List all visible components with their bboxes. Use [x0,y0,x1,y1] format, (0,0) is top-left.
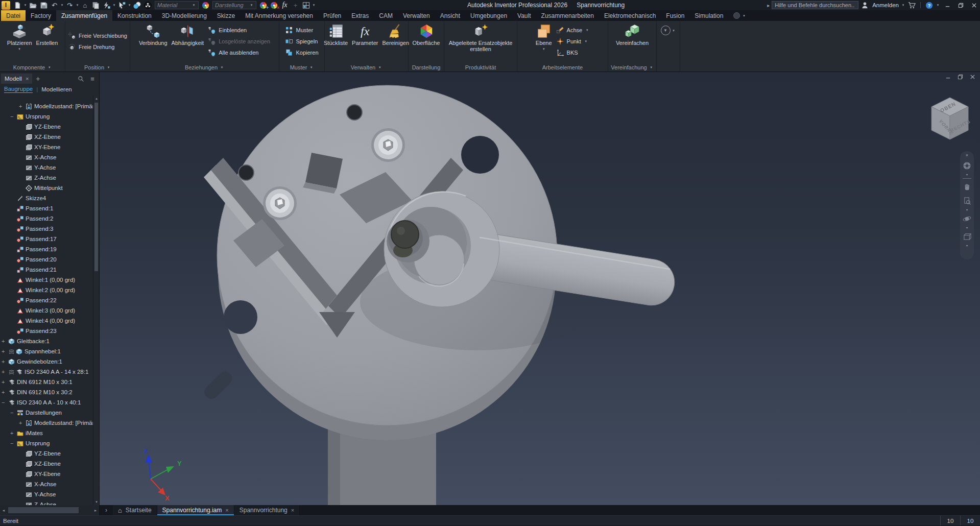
add-panel-icon[interactable]: + [36,74,40,84]
tree-item[interactable]: + DIN 6912 M10 x 30:2 [0,387,99,397]
tree-item[interactable]: + Modellzustand: [Primär] [0,418,99,428]
vereinfachen-button[interactable]: Vereinfachen [614,22,650,47]
help-search-input[interactable] [772,1,858,9]
tree-item[interactable]: X-Achse [0,479,99,489]
view-cube[interactable]: OBEN VORNE RECHTS [928,94,972,146]
scrollbar-thumb[interactable] [94,103,98,271]
expand-icon[interactable]: + [19,103,26,109]
close-icon[interactable]: × [225,507,228,513]
quick-launch-icon[interactable] [101,1,112,10]
select-icon[interactable] [116,1,127,10]
qat-customize-caret-icon[interactable]: ▾ [312,3,316,7]
tree-item[interactable]: + Gleitbacke:1 [0,336,99,346]
undo-icon[interactable]: ↶ [49,1,60,10]
help-caret-icon[interactable]: ▾ [936,3,940,7]
look-at-icon[interactable] [963,232,971,241]
tree-item[interactable]: Winkel:1 (0,00 grd) [0,275,99,285]
dropdown-caret-icon[interactable]: ▾ [541,47,546,51]
ribbon-tab[interactable]: Verwalten [398,10,435,21]
tree-item[interactable]: Passend:3 [0,224,99,234]
tree-item[interactable]: Passend:22 [0,295,99,305]
ribbon-overflow[interactable]: ▾ [728,10,746,21]
cloud-icon[interactable] [733,12,740,19]
orbit-icon[interactable] [963,214,971,223]
signin-caret-icon[interactable]: ▾ [901,3,905,7]
expand-icon[interactable]: + [2,348,8,354]
scroll-left-icon[interactable]: ◂ [0,508,7,513]
group-label[interactable]: Position▾ [65,63,130,71]
expand-icon[interactable]: + [2,358,8,365]
tree-item[interactable]: Passend:1 [0,203,99,213]
quick-launch-caret-icon[interactable]: ▾ [112,3,116,7]
erstellen-button[interactable]: Erstellen [35,22,60,47]
new-file-caret-icon[interactable]: ▾ [23,3,28,7]
group-label[interactable]: Muster▾ [279,63,324,71]
tree-item[interactable]: Z-Achse [0,173,99,183]
zoom-icon[interactable] [963,197,971,205]
tree-item[interactable]: Y-Achse [0,489,99,499]
bks-button[interactable]: BKS [555,47,591,57]
tree-item[interactable]: Passend:19 [0,244,99,254]
tree-item[interactable]: X-Achse [0,152,99,162]
expand-icon[interactable]: + [2,379,8,385]
minimize-button[interactable] [941,0,953,10]
oberflaeche-button[interactable]: Oberfläche [411,22,442,47]
expand-icon[interactable]: + [19,420,26,426]
clear-appearance-icon[interactable]: × [269,1,279,10]
alle-ausblenden-button[interactable]: Alle ausblenden [206,47,272,57]
group-label[interactable]: Vereinfachung▾ [608,63,656,71]
ribbon-tab[interactable]: Vault [512,10,536,21]
abgeleitete-ersatzobjekte-button[interactable]: Abgeleitete Ersatzobjekte erstellen [446,22,515,53]
expand-icon[interactable]: − [2,399,8,405]
visual-style-icon[interactable] [142,1,153,10]
tree-item[interactable]: + Spannhebel:1 [0,346,99,356]
appearance-combo[interactable]: Darstellung ▾ [212,1,256,9]
ribbon-tab[interactable]: Zusammenarbeiten [536,10,599,21]
home-view-icon[interactable]: ⌂ [80,1,90,10]
tree-item[interactable]: Mittelpunkt [0,183,99,193]
tree-item[interactable]: Passend:2 [0,213,99,224]
abhaengigkeit-button[interactable]: Abhängigkeit [170,22,206,47]
group-label[interactable]: Verwalten▾ [325,63,408,71]
mode-baugruppe[interactable]: Baugruppe [4,86,33,93]
restore-button[interactable] [954,0,967,10]
ribbon-tab[interactable]: Umgebungen [465,10,512,21]
ribbon-tab[interactable]: Konstruktion [112,10,157,21]
combo-caret-icon[interactable]: ▾ [249,3,254,7]
bereinigen-button[interactable]: Bereinigen [380,22,411,47]
tree-item[interactable]: YZ-Ebene [0,448,99,459]
ribbon-tab[interactable]: Extras [346,10,374,21]
home-tab[interactable]: ⌂ Startseite [113,505,157,515]
color-wheel-icon[interactable] [200,1,211,10]
drawing-views-icon[interactable] [301,1,312,10]
doc-minimize-icon[interactable] [945,74,951,80]
tree-item[interactable]: − Ursprung [0,111,99,122]
group-label[interactable]: Komponente▾ [0,63,65,71]
expand-icon[interactable]: + [2,369,8,375]
ribbon-tab[interactable]: Ansicht [435,10,465,21]
tree-item[interactable]: + ISO 2340 A A - 14 x 28:1 [0,367,99,377]
stueckliste-button[interactable]: Stückliste [322,22,349,47]
close-icon[interactable]: × [291,507,294,513]
redo-caret-icon[interactable]: ▾ [75,3,80,7]
open-icon[interactable] [28,1,38,10]
dropdown-caret-icon[interactable]: ▾ [672,29,676,33]
document-tab[interactable]: Spannvorrichtung × [234,505,300,515]
navigation-wheel-icon[interactable] [963,161,971,170]
ribbon-tab[interactable]: CAM [374,10,398,21]
3d-viewport[interactable]: OBEN VORNE RECHTS × ▾ ▾ ▾ ▾ Z Y X [100,72,980,505]
tree-item[interactable]: Winkel:2 (0,00 grd) [0,285,99,295]
ribbon-tab[interactable]: Elektromechanisch [599,10,661,21]
tree-item[interactable]: Passend:20 [0,254,99,265]
signin-button[interactable]: Anmelden [872,2,899,8]
pan-icon[interactable] [963,183,971,192]
ribbon-tab[interactable]: Datei [1,10,26,21]
parameters-fx-icon[interactable]: fx [279,1,290,10]
achse-button[interactable]: Achse▾ [555,25,591,35]
select-caret-icon[interactable]: ▾ [127,3,132,7]
scene-canvas[interactable] [100,72,980,505]
tree-item[interactable]: + Gewindebolzen:1 [0,356,99,367]
navbar-menu-icon[interactable]: ▾ [966,244,968,248]
combo-caret-icon[interactable]: ▾ [192,3,196,7]
search-icon[interactable] [77,74,85,84]
